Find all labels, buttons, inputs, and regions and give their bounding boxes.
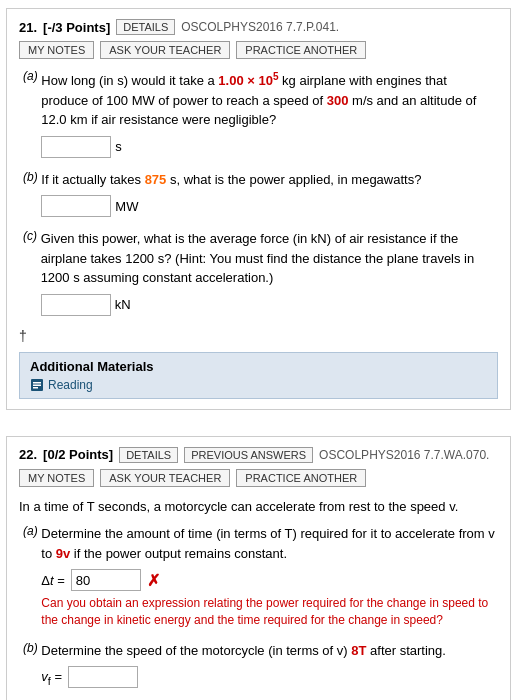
vf-row: vf =: [41, 666, 496, 688]
problem-22-points: [0/2 Points]: [43, 447, 113, 462]
part-22a-highlight: 9v: [56, 546, 70, 561]
my-notes-btn-21[interactable]: MY NOTES: [19, 41, 94, 59]
problem-21-header: 21. [-/3 Points] DETAILS OSCOLPHYS2016 7…: [19, 19, 498, 35]
reading-label-21: Reading: [48, 378, 93, 392]
additional-materials-21: Additional Materials Reading: [19, 352, 498, 399]
practice-another-btn-22[interactable]: PRACTICE ANOTHER: [236, 469, 366, 487]
part-22b-text: Determine the speed of the motorcycle (i…: [41, 641, 496, 661]
part-b-unit: MW: [115, 199, 138, 214]
problem-22-buttons: MY NOTES ASK YOUR TEACHER PRACTICE ANOTH…: [19, 469, 498, 487]
part-a-label: (a): [23, 69, 38, 83]
part-c-content: Given this power, what is the average fo…: [41, 229, 496, 320]
part-a-text: How long (in s) would it take a 1.00 × 1…: [41, 69, 496, 130]
problem-22-part-b: (b) Determine the speed of the motorcycl…: [19, 641, 498, 693]
part-b-content: If it actually takes 875 s, what is the …: [41, 170, 496, 222]
part-22a-content: Determine the amount of time (in terms o…: [41, 524, 496, 633]
problem-22-header: 22. [0/2 Points] DETAILS PREVIOUS ANSWER…: [19, 447, 498, 463]
additional-materials-title-21: Additional Materials: [30, 359, 487, 374]
part-a-input-row: s: [41, 136, 496, 158]
problem-22-intro: In a time of T seconds, a motorcycle can…: [19, 497, 498, 517]
part-b-highlight: 875: [145, 172, 167, 187]
vf-input[interactable]: [68, 666, 138, 688]
reading-link-21[interactable]: Reading: [30, 378, 487, 392]
part-22b-highlight: 8T: [351, 643, 366, 658]
dagger-symbol: †: [19, 328, 498, 344]
x-mark-icon: ✗: [147, 571, 160, 590]
reading-icon-21: [30, 378, 44, 392]
problem-22-id: OSCOLPHYS2016 7.7.WA.070.: [319, 448, 489, 462]
svg-rect-3: [33, 387, 38, 389]
part-22a-label: (a): [23, 524, 38, 538]
delta-t-row: Δt = ✗: [41, 569, 496, 591]
problem-21-points: [-/3 Points]: [43, 20, 110, 35]
part-c-unit: kN: [115, 297, 131, 312]
problem-21: 21. [-/3 Points] DETAILS OSCOLPHYS2016 7…: [6, 8, 511, 410]
part-c-label: (c): [23, 229, 37, 243]
part-a-input[interactable]: [41, 136, 111, 158]
part-22a-text: Determine the amount of time (in terms o…: [41, 524, 496, 563]
error-message-22a: Can you obtain an expression relating th…: [41, 595, 496, 629]
part-b-input[interactable]: [41, 195, 111, 217]
part-c-input[interactable]: [41, 294, 111, 316]
problem-21-buttons: MY NOTES ASK YOUR TEACHER PRACTICE ANOTH…: [19, 41, 498, 59]
problem-22-part-a: (a) Determine the amount of time (in ter…: [19, 524, 498, 633]
problem-21-id: OSCOLPHYS2016 7.7.P.041.: [181, 20, 339, 34]
problem-21-part-a: (a) How long (in s) would it take a 1.00…: [19, 69, 498, 162]
details-badge-22[interactable]: DETAILS: [119, 447, 178, 463]
problem-21-part-b: (b) If it actually takes 875 s, what is …: [19, 170, 498, 222]
problem-22: 22. [0/2 Points] DETAILS PREVIOUS ANSWER…: [6, 436, 511, 700]
practice-another-btn-21[interactable]: PRACTICE ANOTHER: [236, 41, 366, 59]
delta-t-label: Δt =: [41, 573, 65, 588]
part-b-input-row: MW: [41, 195, 496, 217]
ask-teacher-btn-22[interactable]: ASK YOUR TEACHER: [100, 469, 230, 487]
part-b-label: (b): [23, 170, 38, 184]
problem-21-part-c: (c) Given this power, what is the averag…: [19, 229, 498, 320]
svg-rect-2: [33, 384, 41, 386]
details-badge-21[interactable]: DETAILS: [116, 19, 175, 35]
part-c-input-row: kN: [41, 294, 496, 316]
part-a-content: How long (in s) would it take a 1.00 × 1…: [41, 69, 496, 162]
prev-answers-badge-22[interactable]: PREVIOUS ANSWERS: [184, 447, 313, 463]
part-a-highlight-2: 300: [327, 93, 349, 108]
part-22b-label: (b): [23, 641, 38, 655]
ask-teacher-btn-21[interactable]: ASK YOUR TEACHER: [100, 41, 230, 59]
svg-rect-1: [33, 382, 41, 384]
part-a-unit: s: [115, 139, 122, 154]
problem-21-number: 21.: [19, 20, 37, 35]
delta-t-input[interactable]: [71, 569, 141, 591]
vf-label: vf =: [41, 669, 62, 687]
part-a-highlight-1: 1.00 × 105: [218, 73, 278, 88]
my-notes-btn-22[interactable]: MY NOTES: [19, 469, 94, 487]
part-22b-content: Determine the speed of the motorcycle (i…: [41, 641, 496, 693]
part-b-text: If it actually takes 875 s, what is the …: [41, 170, 496, 190]
part-c-text: Given this power, what is the average fo…: [41, 229, 496, 288]
problem-22-number: 22.: [19, 447, 37, 462]
